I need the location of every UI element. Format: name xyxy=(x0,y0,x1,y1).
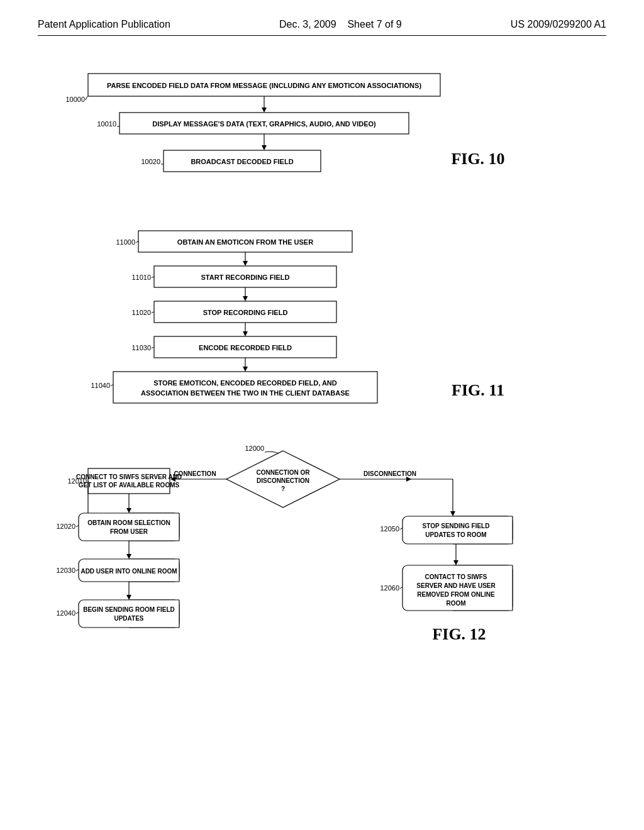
svg-marker-58 xyxy=(126,508,131,513)
fig11-section: OBTAIN AN EMOTICON FROM THE USER 11000 S… xyxy=(38,224,606,413)
svg-marker-35 xyxy=(243,367,248,372)
svg-marker-30 xyxy=(243,331,248,336)
svg-text:ASSOCIATION BETWEEN THE TWO IN: ASSOCIATION BETWEEN THE TWO IN THE CLIEN… xyxy=(141,389,350,397)
svg-marker-99 xyxy=(453,560,458,565)
svg-text:11010: 11010 xyxy=(131,274,151,281)
svg-text:CONNECTION OR: CONNECTION OR xyxy=(257,469,311,476)
svg-text:OBTAIN AN EMOTICON FROM THE US: OBTAIN AN EMOTICON FROM THE USER xyxy=(177,238,313,246)
svg-text:10000: 10000 xyxy=(65,96,85,103)
svg-text:12020: 12020 xyxy=(56,523,75,530)
svg-text:BROADCAST DECODED FIELD: BROADCAST DECODED FIELD xyxy=(191,158,293,165)
svg-marker-69 xyxy=(126,554,131,559)
svg-text:STOP RECORDING FIELD: STOP RECORDING FIELD xyxy=(203,309,288,316)
svg-text:ADD USER INTO ONLINE ROOM: ADD USER INTO ONLINE ROOM xyxy=(80,568,177,575)
svg-text:12010: 12010 xyxy=(67,477,87,485)
svg-text:11040: 11040 xyxy=(91,382,110,389)
svg-rect-60 xyxy=(129,513,179,541)
svg-rect-36 xyxy=(113,372,377,403)
svg-text:FROM USER: FROM USER xyxy=(110,528,148,535)
svg-text:CONTACT TO SIWFS: CONTACT TO SIWFS xyxy=(425,573,487,580)
fig10-section: PARSE ENCODED FIELD DATA FROM MESSAGE (I… xyxy=(38,61,606,193)
svg-text:REMOVED FROM ONLINE: REMOVED FROM ONLINE xyxy=(417,591,495,598)
svg-text:12060: 12060 xyxy=(380,584,399,592)
svg-text:START RECORDING FIELD: START RECORDING FIELD xyxy=(201,274,290,281)
fig12-diagram: CONNECTION OR DISCONNECTION ? 12000 CONN… xyxy=(38,445,579,709)
page-header: Patent Application Publication Dec. 3, 2… xyxy=(38,19,606,36)
svg-text:11020: 11020 xyxy=(131,309,151,316)
svg-text:DISCONNECTION: DISCONNECTION xyxy=(364,470,416,477)
svg-rect-52 xyxy=(88,468,170,494)
svg-text:DISCONNECTION: DISCONNECTION xyxy=(257,477,309,484)
page: Patent Application Publication Dec. 3, 2… xyxy=(0,0,644,830)
svg-text:12040: 12040 xyxy=(56,609,75,617)
svg-text:FIG. 10: FIG. 10 xyxy=(451,150,504,168)
fig11-diagram: OBTAIN AN EMOTICON FROM THE USER 11000 S… xyxy=(38,224,579,413)
svg-text:BEGIN SENDING ROOM FIELD: BEGIN SENDING ROOM FIELD xyxy=(83,606,175,613)
svg-text:PARSE ENCODED FIELD DATA FROM : PARSE ENCODED FIELD DATA FROM MESSAGE (I… xyxy=(107,82,421,89)
svg-text:11030: 11030 xyxy=(131,344,151,351)
svg-text:11000: 11000 xyxy=(116,238,135,246)
svg-text:OBTAIN ROOM SELECTION: OBTAIN ROOM SELECTION xyxy=(87,519,170,526)
svg-text:ROOM: ROOM xyxy=(446,600,465,607)
svg-text:DISPLAY MESSAGE'S DATA (TEXT, : DISPLAY MESSAGE'S DATA (TEXT, GRAPHICS, … xyxy=(152,120,376,128)
svg-text:UPDATES: UPDATES xyxy=(114,615,143,622)
svg-text:UPDATES TO ROOM: UPDATES TO ROOM xyxy=(425,531,486,538)
svg-text:12030: 12030 xyxy=(56,567,75,574)
svg-marker-10 xyxy=(262,145,267,150)
svg-text:CONNECT TO SIWFS SERVER AND: CONNECT TO SIWFS SERVER AND xyxy=(76,473,182,480)
svg-marker-78 xyxy=(126,595,131,600)
svg-text:FIG. 12: FIG. 12 xyxy=(432,625,486,643)
svg-text:FIG. 11: FIG. 11 xyxy=(452,381,504,399)
svg-text:GET LIST OF AVAILABLE ROOMS: GET LIST OF AVAILABLE ROOMS xyxy=(79,482,180,489)
svg-text:ENCODE RECORDED FIELD: ENCODE RECORDED FIELD xyxy=(199,344,292,351)
svg-marker-20 xyxy=(243,261,248,266)
svg-text:SERVER AND HAVE USER: SERVER AND HAVE USER xyxy=(416,582,496,589)
svg-marker-25 xyxy=(243,296,248,301)
fig10-diagram: PARSE ENCODED FIELD DATA FROM MESSAGE (I… xyxy=(38,61,579,193)
svg-text:10020: 10020 xyxy=(141,158,160,165)
header-left: Patent Application Publication xyxy=(38,19,170,30)
svg-text:STOP SENDING FIELD: STOP SENDING FIELD xyxy=(423,523,490,529)
header-right: US 2009/0299200 A1 xyxy=(511,19,606,30)
svg-text:12050: 12050 xyxy=(380,525,399,533)
svg-text:10010: 10010 xyxy=(97,120,116,128)
svg-text:STORE EMOTICON, ENCODED RECORD: STORE EMOTICON, ENCODED RECORDED FIELD, … xyxy=(153,379,337,387)
svg-text:?: ? xyxy=(281,485,285,492)
fig12-section: CONNECTION OR DISCONNECTION ? 12000 CONN… xyxy=(38,445,606,709)
svg-rect-80 xyxy=(129,600,179,628)
svg-text:12000: 12000 xyxy=(245,445,264,452)
svg-rect-91 xyxy=(453,516,513,544)
svg-marker-89 xyxy=(450,511,455,516)
header-center: Dec. 3, 2009 Sheet 7 of 9 xyxy=(279,19,402,30)
svg-marker-4 xyxy=(262,108,267,113)
